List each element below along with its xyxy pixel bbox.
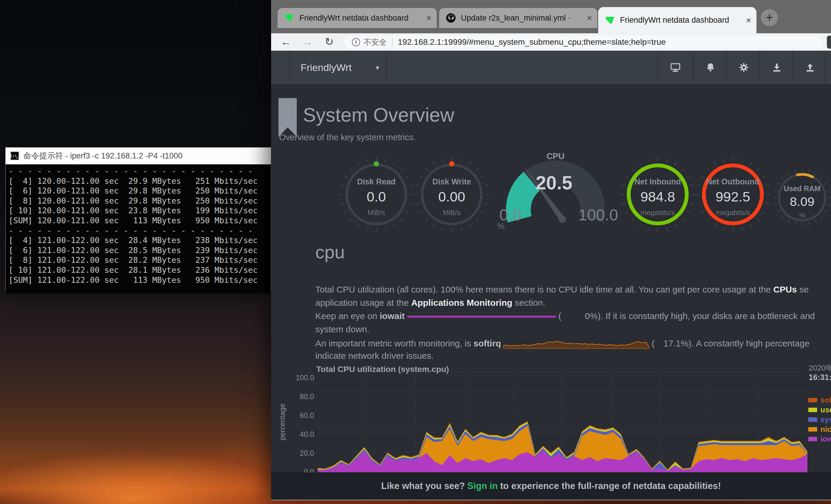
settings-button[interactable] <box>727 51 760 84</box>
terminal-window[interactable]: C:\_ 命令提示符 - iperf3 -c 192.168.1.2 -P4 -… <box>5 147 271 292</box>
window-bottom-edge <box>271 500 831 501</box>
gauge-tick <box>452 157 452 161</box>
gauge-label: Disk Write <box>417 177 487 186</box>
gauge-tick <box>674 223 677 227</box>
gauge-label: Disk Read <box>341 177 412 186</box>
terminal-line: [SUM] 121.00-122.00 sec 113 MBytes 950 M… <box>8 275 271 285</box>
gauge-tick <box>393 162 396 166</box>
iowait-sparkline[interactable] <box>407 316 556 317</box>
tab-github[interactable]: Update r2s_lean_minimal.yml · k × <box>439 8 597 28</box>
softirq-sparkline[interactable] <box>503 336 649 349</box>
gauge-tick <box>393 223 396 227</box>
monitor-icon <box>669 61 682 73</box>
gauge-tick <box>714 223 716 227</box>
netdata-favicon <box>285 13 294 23</box>
page-subtitle: Overview of the key system metrics. <box>279 132 416 142</box>
legend-item-softirq[interactable]: softirq <box>808 395 831 405</box>
gauge-tick <box>756 168 760 171</box>
chart-date: 2020年3 <box>809 363 831 373</box>
y-tick: 60.0 <box>271 411 314 420</box>
import-snapshot-button[interactable] <box>760 51 793 84</box>
gauge-tick <box>706 168 709 171</box>
legend-item-system[interactable]: system <box>808 415 831 424</box>
gauge-unit: megabits/s <box>622 209 693 217</box>
legend-item-nice[interactable]: nice <box>808 424 831 434</box>
cmd-icon: C:\_ <box>10 151 19 160</box>
forward-button[interactable]: → <box>300 35 315 49</box>
text: 0%). If it is constantly high, your disk… <box>585 311 815 321</box>
metric-keyword: iowait <box>380 311 405 321</box>
header-divider <box>386 51 386 84</box>
gauge-tick <box>638 223 641 227</box>
reload-button[interactable]: ↻ <box>322 35 337 49</box>
new-tab-button[interactable]: + <box>761 9 778 26</box>
gauge-tick <box>384 227 386 231</box>
legend-label: softirq <box>821 395 831 405</box>
description-line: Keep an eye on iowait (0%). If it is con… <box>315 309 831 323</box>
sign-in-link[interactable]: Sign in <box>467 481 498 491</box>
gauge-disk-read[interactable]: Disk Read 0.0 MiB/s <box>341 159 412 236</box>
text: indicate network driver issues. <box>315 351 434 360</box>
export-snapshot-button[interactable] <box>793 51 827 84</box>
text: 17.1%). A constantly high percentage <box>664 338 809 348</box>
y-axis-label: percentage <box>278 378 287 466</box>
legend-swatch <box>808 427 817 432</box>
gauge-tick <box>349 168 353 171</box>
inline-link[interactable]: CPUs <box>773 285 797 294</box>
text: ( <box>556 311 562 321</box>
terminal-line: [ 8] 120.00-121.00 sec 29.8 MBytes 250 M… <box>8 196 271 206</box>
gauge-tick <box>638 162 641 166</box>
legend-label: iowait <box>821 435 831 444</box>
gauge-tick <box>674 162 677 166</box>
terminal-titlebar[interactable]: C:\_ 命令提示符 - iperf3 -c 192.168.1.2 -P4 -… <box>6 148 271 165</box>
netdata-favicon <box>605 16 615 25</box>
needle-hub <box>559 216 566 223</box>
text: system down. <box>315 324 369 334</box>
url-text[interactable]: 192.168.2.1:19999/#menu_system_submenu_c… <box>398 37 666 47</box>
section-heading-cpu[interactable]: cpu <box>315 241 345 263</box>
legend-item-user[interactable]: user <box>808 405 831 415</box>
gauge-tick <box>468 162 471 166</box>
terminal-title: 命令提示符 - iperf3 -c 192.168.1.2 -P4 -t1000 <box>23 150 182 161</box>
tab-netdata-1[interactable]: FriendlyWrt netdata dashboard × <box>278 8 437 28</box>
tab-strip: FriendlyWrt netdata dashboard × Update r… <box>271 0 831 33</box>
terminal-line: - - - - - - - - - - - - - - - - - - - - … <box>8 166 271 176</box>
terminal-line: [ 8] 121.00-122.00 sec 28.2 MBytes 237 M… <box>8 255 271 265</box>
upload-icon <box>804 62 816 73</box>
gauge-tick <box>657 157 658 161</box>
tab-close-icon[interactable]: × <box>741 15 751 25</box>
cpu-utilization-chart[interactable] <box>318 372 807 472</box>
alarms-button[interactable] <box>694 51 727 84</box>
gauge-used-ram[interactable]: Used RAM 8.09 % <box>775 170 829 229</box>
legend-swatch <box>808 398 817 403</box>
legend-swatch <box>808 437 817 441</box>
tab-close-icon[interactable]: × <box>582 13 592 23</box>
chevron-down-icon[interactable]: ▼ <box>374 51 381 84</box>
gauge-net-outbound[interactable]: Net Outbound 992.5 megabits/s <box>697 159 768 236</box>
terminal-line: [ 4] 120.00-121.00 sec 29.9 MBytes 251 M… <box>8 176 271 186</box>
nodes-view-button[interactable] <box>659 51 692 84</box>
legend-item-iowait[interactable]: iowait <box>808 434 831 444</box>
cpu-gauge-max: 100.0 <box>575 206 622 224</box>
gauge-tick <box>723 158 725 162</box>
info-icon[interactable]: i <box>352 38 360 46</box>
gauge-tick <box>384 158 386 162</box>
back-button[interactable]: ← <box>279 35 293 49</box>
gauge-tick <box>366 227 368 231</box>
tab-title: FriendlyWrt netdata dashboard <box>620 16 729 25</box>
gauge-tick <box>749 162 752 166</box>
bookmark-icon <box>279 98 297 137</box>
inline-link[interactable]: Applications Monitoring <box>411 298 512 307</box>
tab-title: Update r2s_lean_minimal.yml · k <box>461 13 573 23</box>
tab-netdata-2-active[interactable]: FriendlyWrt netdata dashboard × <box>598 7 756 33</box>
extension-icon[interactable] <box>827 36 831 49</box>
address-bar[interactable]: i 不安全 192.168.2.1:19999/#menu_system_sub… <box>344 35 823 49</box>
hostname-dropdown[interactable]: FriendlyWrt <box>300 51 351 84</box>
tab-close-icon[interactable]: × <box>421 13 431 23</box>
gauge-tick <box>425 218 428 221</box>
gauge-tick <box>475 218 479 221</box>
description-line: Total CPU utilization (all cores). 100% … <box>315 283 831 296</box>
gauge-net-inbound[interactable]: Net Inbound 984.8 megabits/s <box>622 159 693 236</box>
gauge-disk-write[interactable]: Disk Write 0.00 MiB/s <box>417 159 487 236</box>
terminal-line: [ 10] 121.00-122.00 sec 28.1 MBytes 236 … <box>8 265 271 275</box>
